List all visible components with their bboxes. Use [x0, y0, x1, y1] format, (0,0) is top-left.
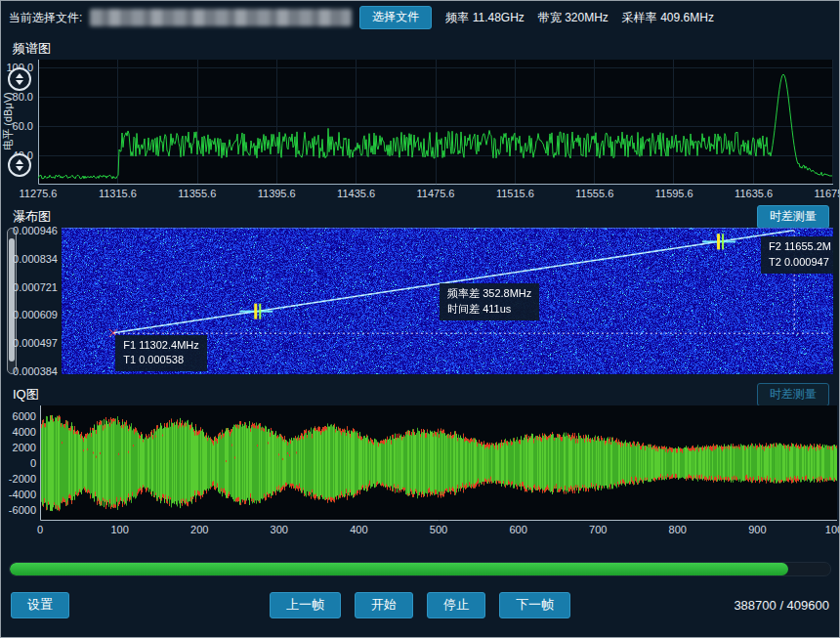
marker-diff-time: 时间差 411us	[447, 302, 531, 318]
tick-label: 1000	[825, 524, 840, 535]
tick-label: 6000	[13, 410, 36, 422]
file-path-redacted	[90, 9, 352, 26]
tick-label: 11475.6	[417, 188, 455, 199]
tick-label: 0.000834	[13, 253, 58, 265]
tick-label: -6000	[9, 504, 36, 516]
spectrum-section: 电平 (dBμV) 100.080.060.040.0 11275.611315…	[1, 60, 839, 204]
next-frame-button[interactable]: 下一帧	[499, 592, 570, 618]
tick-label: 11595.6	[655, 188, 693, 199]
spectrum-x-axis: 11275.611315.611355.611395.611435.611475…	[38, 187, 833, 203]
tick-label: 0.000497	[13, 337, 58, 349]
spectrum-header: 频谱图	[1, 38, 839, 60]
chevron-up-icon	[16, 159, 23, 164]
tick-label: 0.000609	[13, 309, 58, 320]
tick-label: 900	[748, 524, 766, 535]
waterfall-section: 0.0009460.0008340.0007210.0006090.000497…	[1, 228, 839, 376]
tick-label: 11555.6	[575, 188, 613, 199]
tick-label: 0.000946	[13, 225, 58, 236]
iq-plot	[40, 405, 837, 521]
file-label: 当前选择文件:	[9, 10, 82, 26]
iq-header: IQ图 时差测量	[1, 384, 839, 405]
chevron-down-icon	[16, 80, 23, 85]
tick-label: 600	[509, 524, 526, 535]
tick-label: 11435.6	[337, 188, 375, 199]
marker-f1-freq: F1 11302.4MHz	[123, 338, 198, 354]
tick-label: 80.0	[13, 91, 33, 103]
marker-diff-freq: 频率差 352.8MHz	[447, 286, 531, 302]
tick-label: 0	[37, 524, 43, 535]
spectrum-plot	[38, 60, 833, 185]
tick-label: 11355.6	[178, 188, 216, 199]
iq-x-axis: 01002003004005006007008009001000	[40, 523, 837, 539]
waterfall-time-diff-measure-button[interactable]: 时差测量	[757, 205, 829, 229]
footer: 设置 上一帧 开始 停止 下一帧 388700 / 409600	[1, 592, 839, 626]
progress-fill	[10, 563, 788, 575]
iq-title: IQ图	[13, 386, 39, 404]
iq-canvas[interactable]	[40, 405, 837, 521]
stop-button[interactable]: 停止	[427, 592, 485, 618]
tick-label: -2000	[9, 473, 36, 485]
waterfall-header: 瀑布图 时差测量	[1, 206, 839, 228]
spectrum-canvas[interactable]	[38, 60, 833, 185]
info-frequency: 频率 11.48GHz	[445, 10, 524, 26]
topbar: 当前选择文件: 选择文件 频率 11.48GHz 带宽 320MHz 采样率 4…	[1, 1, 839, 32]
info-bandwidth: 带宽 320MHz	[538, 10, 609, 26]
tick-label: 2000	[13, 442, 36, 453]
signal-info: 频率 11.48GHz 带宽 320MHz 采样率 409.6MHz	[445, 10, 714, 26]
tick-label: 400	[350, 524, 367, 535]
settings-button[interactable]: 设置	[11, 592, 69, 618]
waterfall-title: 瀑布图	[13, 208, 51, 226]
tick-label: 11395.6	[258, 188, 296, 199]
tick-label: 100	[110, 524, 128, 535]
tick-label: 11515.6	[496, 188, 534, 199]
tick-label: -4000	[9, 489, 36, 500]
tick-label: 11635.6	[735, 188, 773, 199]
iq-section: 6000400020000-2000-4000-6000 01002003004…	[1, 405, 839, 540]
iq-time-diff-measure-button[interactable]: 时差测量	[757, 383, 829, 406]
tick-label: 60.0	[13, 120, 33, 132]
tick-label: 800	[669, 524, 687, 535]
marker-f1: F1 11302.4MHz T1 0.000538	[115, 335, 206, 372]
chevron-down-icon	[16, 166, 23, 171]
frame-counter: 388700 / 409600	[734, 598, 829, 613]
tick-label: 200	[190, 524, 208, 535]
waterfall-y-axis: 0.0009460.0008340.0007210.0006090.000497…	[17, 228, 60, 374]
chevron-up-icon	[16, 73, 23, 78]
playback-controls: 上一帧 开始 停止 下一帧	[270, 592, 570, 618]
start-button[interactable]: 开始	[355, 592, 413, 618]
spectrum-scale-lower-stepper[interactable]	[8, 153, 31, 177]
spectrum-title: 频谱图	[13, 40, 51, 58]
tick-label: 500	[430, 524, 447, 535]
info-samplerate: 采样率 409.6MHz	[622, 10, 714, 26]
tick-label: 0.000384	[13, 365, 58, 377]
marker-f1-time: T1 0.000538	[123, 353, 198, 368]
iq-y-axis: 6000400020000-2000-4000-6000	[1, 405, 38, 521]
marker-f2-time: T2 0.000947	[769, 255, 831, 271]
marker-f2-freq: F2 11655.2M	[769, 239, 831, 255]
tick-label: 0.000721	[13, 281, 58, 293]
tick-label: 11675.6	[815, 188, 840, 199]
waterfall-scrollbar[interactable]	[7, 228, 17, 374]
tick-label: 0	[30, 457, 36, 469]
tick-label: 700	[589, 524, 607, 535]
marker-diff: 频率差 352.8MHz 时间差 411us	[440, 283, 539, 320]
tick-label: 11275.6	[20, 188, 58, 199]
app-window: 当前选择文件: 选择文件 频率 11.48GHz 带宽 320MHz 采样率 4…	[0, 0, 840, 638]
marker-f2: F2 11655.2M T2 0.000947	[761, 236, 839, 274]
select-file-button[interactable]: 选择文件	[359, 6, 432, 29]
spectrum-scale-upper-stepper[interactable]	[8, 67, 31, 91]
progress-bar	[9, 562, 831, 576]
prev-frame-button[interactable]: 上一帧	[270, 592, 341, 618]
tick-label: 300	[271, 524, 288, 535]
waterfall-plot: F1 11302.4MHz T1 0.000538 频率差 352.8MHz 时…	[62, 228, 833, 374]
tick-label: 4000	[13, 426, 36, 438]
tick-label: 11315.6	[99, 188, 137, 199]
